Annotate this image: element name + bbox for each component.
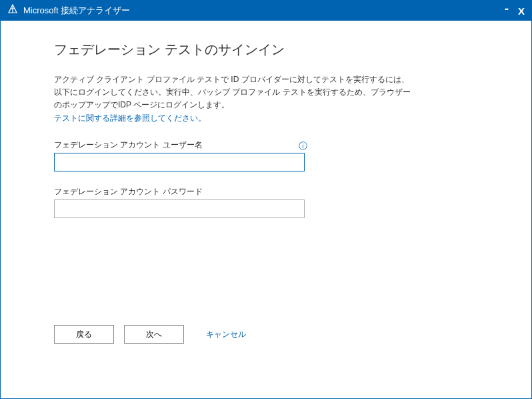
password-label: フェデレーション アカウント パスワード — [54, 186, 478, 197]
titlebar: Microsoft 接続アナライザー - X — [1, 1, 531, 21]
titlebar-left: Microsoft 接続アナライザー — [7, 4, 130, 17]
next-button[interactable]: 次へ — [124, 325, 184, 344]
cancel-link[interactable]: キャンセル — [206, 329, 246, 340]
username-input[interactable] — [54, 153, 305, 171]
username-field-group: フェデレーション アカウント ユーザー名 ⓘ — [54, 139, 478, 171]
app-logo-icon — [7, 4, 18, 17]
back-button[interactable]: 戻る — [54, 325, 114, 344]
description-line2: 以下にログインしてください。実行中、パッシブ プロファイル テストを実行するため… — [54, 87, 411, 97]
details-link[interactable]: テストに関する詳細を参照してください。 — [54, 112, 478, 125]
minimize-button[interactable]: - — [505, 3, 509, 15]
button-row: 戻る 次へ キャンセル — [54, 325, 246, 344]
description-line3: のポップアップでIDP ページにログインします。 — [54, 100, 229, 109]
password-input[interactable] — [54, 200, 305, 218]
content-area: フェデレーション テストのサインイン アクティブ クライアント プロファイル テ… — [1, 21, 531, 398]
description-text: アクティブ クライアント プロファイル テストで ID プロバイダーに対してテス… — [54, 73, 478, 112]
info-icon[interactable]: ⓘ — [299, 141, 307, 150]
titlebar-controls: - X — [505, 5, 525, 17]
username-label: フェデレーション アカウント ユーザー名 — [54, 139, 203, 151]
description-line1: アクティブ クライアント プロファイル テストで ID プロバイダーに対してテス… — [54, 75, 409, 84]
password-field-group: フェデレーション アカウント パスワード — [54, 186, 478, 218]
page-title: フェデレーション テストのサインイン — [54, 41, 478, 59]
close-button[interactable]: X — [518, 5, 525, 17]
app-window: Microsoft 接続アナライザー - X フェデレーション テストのサインイ… — [0, 0, 532, 399]
app-title: Microsoft 接続アナライザー — [23, 5, 130, 17]
